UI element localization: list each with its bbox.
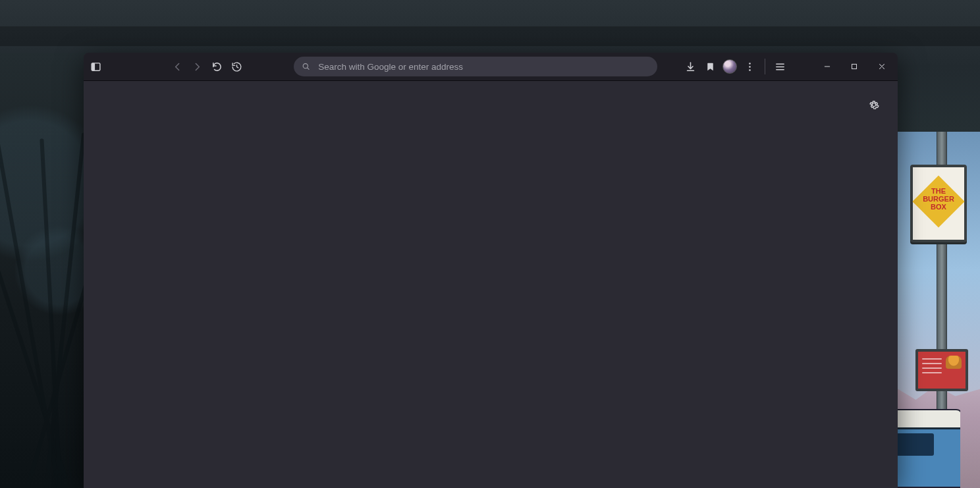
bookmarks-button[interactable] [702, 56, 719, 77]
avatar-icon [722, 59, 737, 74]
close-icon [877, 62, 886, 71]
history-button[interactable] [228, 56, 245, 77]
wallpaper-cables [0, 53, 92, 488]
download-icon [685, 61, 696, 72]
bookmark-icon [705, 61, 716, 72]
svg-rect-1 [92, 63, 95, 70]
downloads-button[interactable] [682, 56, 699, 77]
app-menu-button[interactable] [772, 56, 789, 77]
browser-toolbar [84, 53, 898, 81]
wallpaper-sign: THE BURGER BOX [910, 165, 967, 242]
history-icon [231, 61, 242, 72]
wallpaper-menu-sign [915, 349, 968, 391]
panel-icon [90, 61, 101, 72]
hamburger-icon [775, 61, 786, 72]
maximize-icon [850, 62, 859, 71]
gear-icon [868, 99, 880, 111]
svg-point-4 [749, 66, 751, 68]
close-button[interactable] [869, 56, 894, 77]
address-input[interactable] [317, 61, 649, 72]
search-icon [302, 62, 310, 71]
address-bar[interactable] [294, 57, 657, 76]
browser-content-area [84, 81, 898, 488]
wallpaper-van [888, 409, 960, 488]
maximize-button[interactable] [842, 56, 867, 77]
forward-button[interactable] [189, 56, 206, 77]
newtab-settings-button[interactable] [863, 94, 885, 115]
reload-icon [211, 61, 223, 72]
extensions-button[interactable] [741, 56, 758, 77]
toolbar-divider [765, 59, 765, 74]
wallpaper-sign-text: THE BURGER BOX [913, 187, 964, 211]
sidebar-toggle-button[interactable] [88, 56, 105, 77]
svg-point-5 [749, 69, 751, 71]
chevron-right-icon [192, 61, 203, 72]
browser-window [84, 53, 898, 488]
svg-point-3 [749, 63, 751, 65]
reload-button[interactable] [208, 56, 225, 77]
kebab-icon [744, 61, 755, 72]
svg-rect-6 [852, 65, 857, 69]
back-button[interactable] [169, 56, 186, 77]
account-button[interactable] [721, 56, 738, 77]
minimize-button[interactable] [815, 56, 840, 77]
chevron-left-icon [172, 61, 183, 72]
minimize-icon [823, 62, 832, 71]
